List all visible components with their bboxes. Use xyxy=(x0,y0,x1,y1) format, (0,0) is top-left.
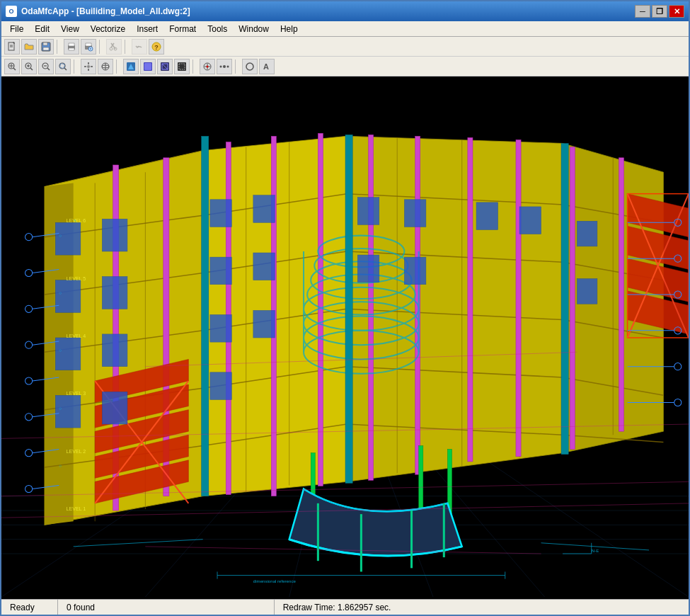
svg-rect-164 xyxy=(577,221,597,246)
svg-line-28 xyxy=(47,68,50,70)
menu-window[interactable]: Window xyxy=(233,23,275,35)
svg-rect-148 xyxy=(102,277,127,309)
svg-rect-150 xyxy=(102,392,127,424)
menu-tools[interactable]: Tools xyxy=(202,23,233,35)
menu-insert[interactable]: Insert xyxy=(131,23,163,35)
cut-button[interactable] xyxy=(106,39,122,55)
open-button[interactable] xyxy=(21,39,37,55)
svg-text:○: ○ xyxy=(59,463,62,468)
svg-rect-105 xyxy=(369,135,374,480)
print-preview-button[interactable] xyxy=(81,39,96,55)
svg-rect-10 xyxy=(86,43,91,46)
svg-rect-159 xyxy=(357,255,379,283)
window-controls: ─ ❐ ✕ xyxy=(635,5,684,18)
print-button[interactable] xyxy=(64,39,79,55)
ready-text: Ready xyxy=(10,603,35,612)
toolbar2-sep1 xyxy=(74,59,78,74)
menu-file[interactable]: File xyxy=(4,23,29,35)
svg-rect-161 xyxy=(404,257,426,285)
zoom-window-button[interactable] xyxy=(55,59,71,74)
zoom-in-button[interactable] xyxy=(21,59,37,74)
svg-point-33 xyxy=(87,65,90,68)
rotate-button[interactable] xyxy=(98,59,113,74)
svg-rect-7 xyxy=(69,43,74,46)
svg-rect-157 xyxy=(253,310,275,338)
app-window: O OdaMfcApp - [Builiding_Model_All.dwg:2… xyxy=(0,0,690,616)
wireframe-button[interactable] xyxy=(157,59,173,74)
model-canvas: dimensional reference N-E ↖ ○ ○ ○ ○ ○ xyxy=(1,76,689,599)
svg-rect-145 xyxy=(55,338,81,370)
help-button[interactable]: ? xyxy=(149,39,164,55)
svg-text:LEVEL 4: LEVEL 4 xyxy=(67,333,86,339)
svg-rect-162 xyxy=(476,203,498,230)
menu-view[interactable]: View xyxy=(55,23,85,35)
minimize-button[interactable]: ─ xyxy=(635,5,650,18)
svg-text:LEVEL 1: LEVEL 1 xyxy=(67,506,86,512)
zoom-out-button[interactable] xyxy=(38,59,54,74)
svg-rect-151 xyxy=(210,200,232,227)
svg-text:?: ? xyxy=(154,44,159,51)
toolbar2: A xyxy=(1,57,689,76)
new-button[interactable] xyxy=(4,39,20,55)
toolbar1-sep1 xyxy=(57,40,61,54)
zoom-extents-button[interactable] xyxy=(4,59,20,74)
shaded-button[interactable] xyxy=(140,59,156,74)
svg-text:LEVEL 6: LEVEL 6 xyxy=(67,218,86,224)
svg-rect-155 xyxy=(253,195,275,223)
render-mode-button[interactable] xyxy=(123,59,139,74)
restore-button[interactable]: ❐ xyxy=(652,5,667,18)
viewport[interactable]: dimensional reference N-E ↖ ○ ○ ○ ○ ○ xyxy=(1,76,689,599)
svg-rect-110 xyxy=(619,158,623,431)
svg-text:○: ○ xyxy=(59,406,62,411)
svg-line-31 xyxy=(64,68,67,70)
status-bar: Ready 0 found Redraw Time: 1.862957 sec. xyxy=(1,599,689,615)
svg-rect-108 xyxy=(516,139,521,456)
svg-text:A: A xyxy=(263,62,269,71)
svg-rect-104 xyxy=(318,133,323,486)
svg-point-15 xyxy=(110,47,113,50)
toolbar2-sep3 xyxy=(192,59,197,74)
svg-text:LEVEL 2: LEVEL 2 xyxy=(67,449,86,455)
close-button[interactable]: ✕ xyxy=(669,5,684,18)
point-button[interactable] xyxy=(217,59,232,74)
menu-edit[interactable]: Edit xyxy=(29,23,55,35)
svg-rect-149 xyxy=(102,334,127,367)
svg-rect-107 xyxy=(468,137,473,462)
title-bar: O OdaMfcApp - [Builiding_Model_All.dwg:2… xyxy=(1,1,689,21)
svg-rect-168 xyxy=(561,143,568,454)
title-text: OdaMfcApp - [Builiding_Model_All.dwg:2] xyxy=(21,6,635,16)
svg-rect-40 xyxy=(144,63,151,70)
svg-rect-165 xyxy=(577,279,597,304)
toolbar1-sep2 xyxy=(99,40,103,54)
menu-bar: File Edit View Vectorize Insert Format T… xyxy=(1,21,689,37)
svg-rect-144 xyxy=(55,280,81,313)
svg-text:○: ○ xyxy=(59,233,62,238)
svg-rect-8 xyxy=(69,48,74,50)
toolbar1-sep3 xyxy=(125,40,129,54)
svg-point-51 xyxy=(220,65,222,67)
menu-format[interactable]: Format xyxy=(163,23,202,35)
undo-button[interactable] xyxy=(132,39,147,55)
svg-rect-152 xyxy=(210,257,232,285)
svg-text:○: ○ xyxy=(59,348,62,353)
pan-button[interactable] xyxy=(81,59,96,74)
svg-text:N-E: N-E xyxy=(592,548,599,553)
svg-text:○: ○ xyxy=(59,290,62,295)
svg-point-53 xyxy=(246,63,253,70)
menu-vectorize[interactable]: Vectorize xyxy=(85,23,131,35)
status-redraw-section: Redraw Time: 1.862957 sec. xyxy=(275,600,689,615)
svg-rect-32 xyxy=(60,64,64,68)
hidden-line-button[interactable] xyxy=(174,59,190,74)
found-text: 0 found xyxy=(67,603,95,612)
snap-button[interactable] xyxy=(200,59,215,74)
circle-tool-button[interactable] xyxy=(242,59,258,74)
svg-point-50 xyxy=(223,65,226,68)
app-icon: O xyxy=(6,6,17,17)
svg-rect-163 xyxy=(519,207,541,234)
redraw-text: Redraw Time: 1.862957 sec. xyxy=(283,603,391,612)
menu-help[interactable]: Help xyxy=(275,23,304,35)
text-tool-button[interactable]: A xyxy=(259,59,275,74)
svg-rect-109 xyxy=(570,147,575,450)
save-button[interactable] xyxy=(38,39,54,55)
svg-rect-5 xyxy=(43,47,49,50)
